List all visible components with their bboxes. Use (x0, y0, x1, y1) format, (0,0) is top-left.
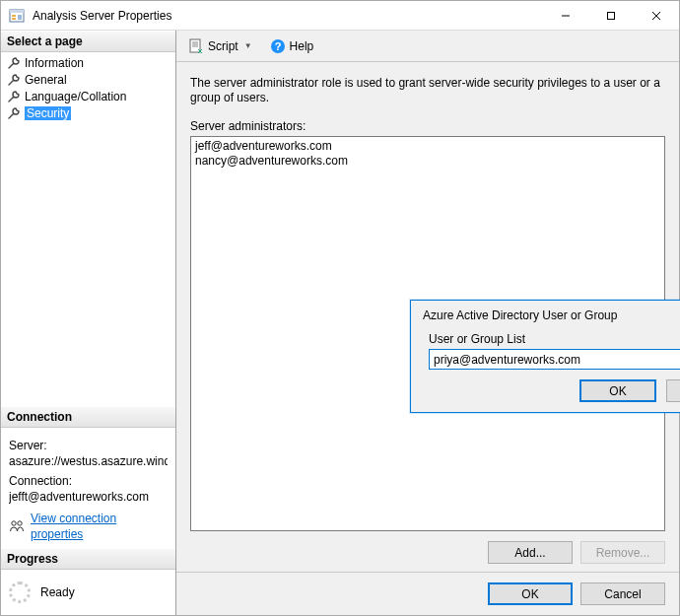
server-value: asazure://westus.asazure.windows (9, 453, 168, 469)
svg-text:?: ? (274, 40, 281, 52)
page-item-information[interactable]: Information (1, 54, 175, 71)
view-connection-properties-link[interactable]: View connection properties (31, 511, 168, 542)
left-panel: Select a page InformationGeneralLanguage… (1, 31, 176, 615)
connection-label: Connection: (9, 473, 168, 489)
page-item-language-collation[interactable]: Language/Collation (1, 88, 175, 104)
modal-buttons: OK Cancel (421, 379, 680, 402)
wrench-icon (7, 56, 21, 70)
help-label: Help (290, 39, 314, 53)
page-item-general[interactable]: General (1, 71, 175, 88)
aad-user-group-dialog: Azure Active Directory User or Group Use… (410, 300, 680, 413)
connection-section: Connection Server: asazure://westus.asaz… (1, 406, 175, 548)
progress-body: Ready (1, 570, 175, 615)
remove-button: Remove... (580, 541, 665, 564)
minimize-button[interactable] (543, 1, 588, 31)
connection-body: Server: asazure://westus.asazure.windows… (1, 428, 175, 548)
admin-list-item[interactable]: nancy@adventureworks.com (195, 154, 660, 169)
close-button[interactable] (634, 1, 679, 31)
page-item-security[interactable]: Security (1, 104, 175, 121)
wrench-icon (7, 106, 21, 120)
page-item-label: Language/Collation (25, 90, 126, 103)
cancel-button[interactable]: Cancel (580, 582, 665, 605)
wrench-icon (7, 90, 21, 103)
svg-rect-2 (12, 15, 16, 17)
people-icon (9, 518, 25, 534)
user-or-group-input[interactable] (429, 349, 680, 370)
modal-field-label: User or Group List (429, 332, 680, 346)
window-title: Analysis Server Properties (33, 9, 543, 23)
progress-status: Ready (40, 585, 75, 599)
progress-header: Progress (1, 548, 175, 570)
page-item-label: Information (25, 56, 84, 70)
connection-value: jefft@adventureworks.com (9, 489, 168, 505)
description-text: The server administrator role is used to… (190, 76, 665, 105)
help-icon: ? (270, 38, 286, 54)
server-label: Server: (9, 438, 168, 453)
modal-cancel-button[interactable]: Cancel (666, 379, 680, 402)
select-page-section: Select a page InformationGeneralLanguage… (1, 31, 175, 123)
page-list: InformationGeneralLanguage/CollationSecu… (1, 52, 175, 123)
progress-section: Progress Ready (1, 548, 175, 615)
wrench-icon (7, 73, 21, 87)
modal-ok-button[interactable]: OK (579, 379, 656, 402)
window-body: Select a page InformationGeneralLanguage… (1, 31, 679, 615)
script-label: Script (208, 39, 238, 53)
window-root: Analysis Server Properties Select a page… (0, 0, 680, 616)
page-item-label: General (25, 73, 67, 87)
svg-point-9 (12, 521, 16, 525)
right-panel: Script ▼ ? Help The server administrator… (176, 31, 679, 615)
svg-rect-3 (12, 18, 16, 20)
app-icon (9, 8, 25, 24)
svg-rect-1 (10, 10, 24, 13)
progress-spinner-icon (9, 582, 31, 603)
connection-header: Connection (1, 406, 175, 428)
help-button[interactable]: ? Help (266, 36, 318, 56)
svg-rect-6 (608, 12, 615, 19)
script-button[interactable]: Script ▼ (184, 36, 256, 56)
page-item-label: Security (25, 106, 71, 120)
svg-rect-4 (18, 15, 22, 20)
select-page-header: Select a page (1, 31, 175, 52)
toolbar: Script ▼ ? Help (176, 31, 679, 62)
admin-list-item[interactable]: jeff@adventureworks.com (195, 139, 660, 154)
dialog-footer: OK Cancel (176, 572, 679, 615)
titlebar: Analysis Server Properties (1, 1, 679, 31)
left-spacer (1, 123, 175, 406)
ok-button[interactable]: OK (488, 582, 573, 605)
admin-list-label: Server administrators: (190, 119, 665, 133)
chevron-down-icon: ▼ (244, 41, 252, 50)
list-buttons: Add... Remove... (190, 541, 665, 564)
maximize-button[interactable] (588, 1, 634, 31)
modal-title: Azure Active Directory User or Group (421, 308, 680, 322)
svg-point-10 (18, 521, 22, 525)
script-icon (188, 38, 204, 54)
add-button[interactable]: Add... (488, 541, 573, 564)
